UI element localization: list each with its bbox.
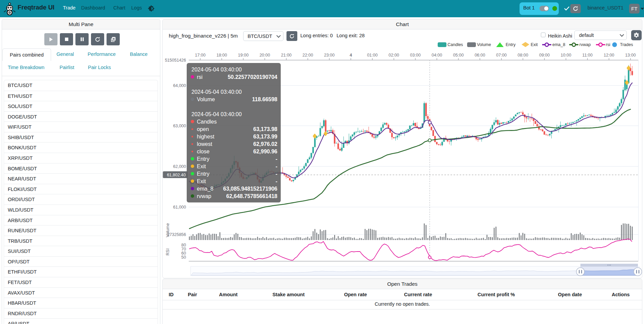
- svg-text:07:00: 07:00: [496, 53, 507, 58]
- svg-text:09:00: 09:00: [539, 53, 550, 58]
- svg-text:22:00: 22:00: [302, 53, 313, 58]
- svg-text:06:00: 06:00: [475, 53, 485, 58]
- svg-text:12:00: 12:00: [604, 53, 614, 58]
- svg-text:RSI: RSI: [165, 249, 170, 256]
- svg-text:11:00: 11:00: [582, 53, 593, 58]
- svg-text:62,000: 62,000: [173, 164, 186, 169]
- svg-text:64,000: 64,000: [173, 83, 186, 88]
- svg-text:63,000: 63,000: [173, 124, 186, 128]
- svg-text:18:00: 18:00: [216, 53, 227, 58]
- svg-text:21:00: 21:00: [281, 53, 292, 58]
- svg-text:04:00: 04:00: [432, 53, 442, 58]
- svg-text:515051426: 515051426: [165, 58, 186, 63]
- svg-text:05:00: 05:00: [453, 53, 464, 58]
- svg-text:61,802.40: 61,802.40: [167, 173, 186, 177]
- svg-text:19:00: 19:00: [238, 53, 249, 58]
- svg-text:02:00: 02:00: [389, 53, 399, 58]
- svg-text:61,000: 61,000: [173, 205, 186, 210]
- svg-text:23:00: 23:00: [324, 53, 335, 58]
- svg-text:08:00: 08:00: [518, 53, 528, 58]
- svg-text:4: 4: [350, 53, 352, 58]
- svg-text:20:00: 20:00: [259, 53, 270, 58]
- svg-text:17:00: 17:00: [195, 53, 205, 58]
- svg-text:50: 50: [181, 255, 186, 260]
- svg-text:Volume: Volume: [165, 223, 170, 237]
- svg-text:03:00: 03:00: [410, 53, 420, 58]
- svg-text:10:00: 10:00: [561, 53, 571, 58]
- svg-text:13:00: 13:00: [625, 53, 636, 58]
- svg-text:01:00: 01:00: [367, 53, 377, 58]
